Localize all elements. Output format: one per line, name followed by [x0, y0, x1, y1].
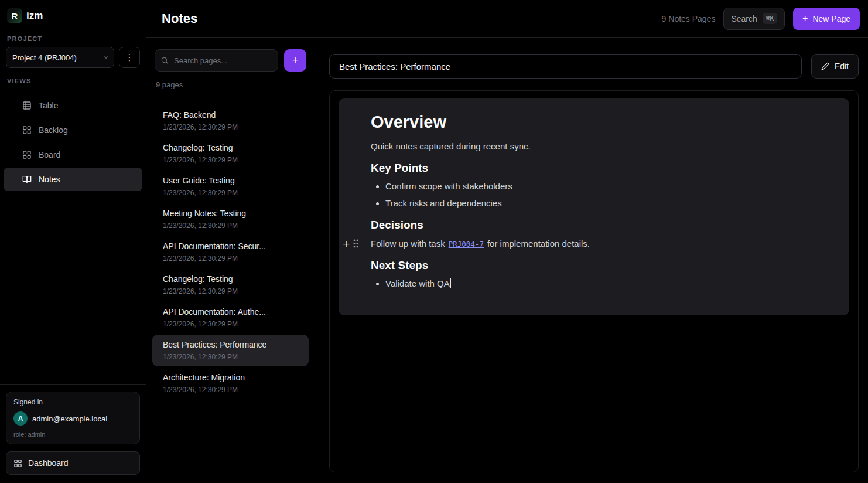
page-list-item[interactable]: Meeting Notes: Testing 1/23/2026, 12:30:…: [152, 203, 309, 235]
decision-paragraph: Follow up with taskPRJ004-7for implement…: [371, 237, 590, 250]
project-row: Project 4 (PRJ004) ⋮: [0, 47, 146, 68]
page-item-date: 1/23/2026, 12:30:29 PM: [163, 254, 298, 263]
doc-section-next-steps: Next Steps: [371, 259, 834, 272]
doc-section-key-points: Key Points: [371, 162, 834, 175]
notes-pages-count: 9 Notes Pages: [662, 14, 716, 23]
list-item: Validate with QA: [385, 277, 834, 290]
search-icon: [160, 56, 169, 64]
board-icon: [22, 150, 32, 159]
note-title-field[interactable]: Best Practices: Performance: [329, 54, 802, 79]
task-link[interactable]: PRJ004-7: [449, 240, 484, 249]
doc-heading: Overview: [371, 113, 834, 132]
page-list-item-selected[interactable]: Best Practices: Performance 1/23/2026, 1…: [152, 335, 309, 366]
page-item-title: API Documentation: Authe...: [163, 307, 298, 317]
note-editor: Best Practices: Performance Edit Overvie…: [315, 38, 868, 483]
page-list-item[interactable]: Changelog: Testing 1/23/2026, 12:30:29 P…: [152, 269, 309, 301]
page-item-date: 1/23/2026, 12:30:29 PM: [163, 222, 298, 230]
signed-in-label: Signed in: [13, 398, 132, 406]
search-shortcut-badge: ⌘K: [763, 13, 777, 24]
sidebar-item-label: Notes: [39, 175, 60, 184]
page-list-item[interactable]: API Documentation: Secur... 1/23/2026, 1…: [152, 236, 309, 268]
project-menu-button[interactable]: ⋮: [119, 47, 140, 68]
page-item-title: Changelog: Testing: [163, 274, 298, 284]
page-item-date: 1/23/2026, 12:30:29 PM: [163, 189, 298, 197]
page-list-item[interactable]: Architecture: Migration 1/23/2026, 12:30…: [152, 368, 309, 399]
dashboard-button[interactable]: Dashboard: [6, 451, 140, 475]
page-item-date: 1/23/2026, 12:30:29 PM: [163, 156, 298, 164]
main-column: Notes 9 Notes Pages Search ⌘K + New Page: [146, 0, 868, 483]
search-button[interactable]: Search ⌘K: [723, 8, 785, 30]
signed-in-card: Signed in A admin@example.local role: ad…: [6, 392, 140, 444]
content-row: + 9 pages FAQ: Backend 1/23/2026, 12:30:…: [146, 38, 868, 483]
list-item-text: Validate with QA: [385, 278, 450, 288]
pages-search-input[interactable]: [155, 49, 278, 72]
page-item-date: 1/23/2026, 12:30:29 PM: [163, 287, 298, 295]
page-list-item[interactable]: FAQ: Backend 1/23/2026, 12:30:29 PM: [152, 105, 309, 137]
edit-button[interactable]: Edit: [811, 54, 859, 79]
document-content[interactable]: Overview Quick notes captured during rec…: [339, 98, 849, 315]
page-list-item[interactable]: User Guide: Testing 1/23/2026, 12:30:29 …: [152, 171, 309, 202]
pages-panel-top: + 9 pages: [146, 38, 315, 97]
pages-search-wrap: [155, 49, 278, 72]
user-role: role: admin: [13, 431, 132, 438]
page-item-date: 1/23/2026, 12:30:29 PM: [163, 353, 298, 361]
page-list-item[interactable]: API Documentation: Authe... 1/23/2026, 1…: [152, 302, 309, 334]
sidebar-item-label: Table: [39, 101, 58, 110]
project-select-wrap: Project 4 (PRJ004): [6, 47, 114, 68]
decision-text-before: Follow up with task: [371, 239, 445, 249]
page-item-date: 1/23/2026, 12:30:29 PM: [163, 320, 298, 328]
next-steps-list: Validate with QA: [371, 277, 834, 290]
list-item: Confirm scope with stakeholders: [385, 180, 834, 192]
views-nav: Table Backlog Board Notes: [0, 89, 146, 191]
text-cursor: [450, 278, 452, 288]
project-section-label: PROJECT: [0, 26, 146, 47]
topbar: Notes 9 Notes Pages Search ⌘K + New Page: [146, 0, 868, 38]
signed-in-row: A admin@example.local: [13, 411, 132, 426]
drag-handle-icon[interactable]: [353, 239, 359, 249]
page-item-title: Meeting Notes: Testing: [163, 209, 298, 218]
pages-search-row: +: [155, 49, 306, 72]
user-email: admin@example.local: [32, 414, 107, 423]
sidebar-item-notes[interactable]: Notes: [4, 168, 142, 191]
page-item-title: Changelog: Testing: [163, 143, 298, 152]
add-page-button[interactable]: +: [284, 49, 306, 72]
app-logo: R izm: [0, 0, 146, 26]
book-open-icon: [22, 175, 32, 184]
new-page-label: New Page: [812, 14, 850, 23]
page-list-item[interactable]: Changelog: Testing 1/23/2026, 12:30:29 P…: [152, 138, 309, 169]
avatar: A: [13, 411, 28, 426]
note-title-row: Best Practices: Performance Edit: [329, 54, 859, 79]
search-button-label: Search: [731, 14, 757, 23]
sidebar: R izm PROJECT Project 4 (PRJ004) ⋮ VIEWS: [0, 0, 146, 483]
key-points-list: Confirm scope with stakeholders Track ri…: [371, 180, 834, 209]
plus-icon: +: [802, 14, 808, 23]
sidebar-item-backlog[interactable]: Backlog: [4, 118, 142, 142]
page-item-date: 1/23/2026, 12:30:29 PM: [163, 386, 298, 394]
add-block-icon[interactable]: +: [343, 237, 350, 250]
doc-section-decisions: Decisions: [371, 219, 834, 232]
sidebar-item-board[interactable]: Board: [4, 143, 142, 166]
block-handles: +: [343, 237, 359, 250]
decision-text-after: for implementation details.: [487, 239, 590, 249]
page-item-title: FAQ: Backend: [163, 110, 298, 120]
logo-text: izm: [26, 10, 43, 22]
page-title: Notes: [162, 11, 197, 26]
page-item-title: Architecture: Migration: [163, 373, 298, 382]
sidebar-spacer: [0, 191, 146, 384]
pencil-icon: [821, 62, 829, 70]
sidebar-item-table[interactable]: Table: [4, 94, 142, 117]
editor-body: Overview Quick notes captured during rec…: [329, 90, 859, 472]
grid-icon: [22, 125, 32, 135]
decision-block: + Follow up with taskPRJ004-7for impleme…: [371, 237, 834, 250]
sidebar-bottom: Signed in A admin@example.local role: ad…: [0, 384, 146, 483]
page-item-date: 1/23/2026, 12:30:29 PM: [163, 123, 298, 131]
logo-icon: R: [7, 8, 22, 23]
list-item: Track risks and dependencies: [385, 197, 834, 209]
new-page-button[interactable]: + New Page: [793, 8, 860, 30]
project-select[interactable]: Project 4 (PRJ004): [6, 47, 114, 68]
pages-count: 9 pages: [155, 72, 306, 97]
sidebar-item-label: Board: [39, 150, 60, 159]
topbar-actions: 9 Notes Pages Search ⌘K + New Page: [662, 8, 860, 30]
page-item-title: Best Practices: Performance: [163, 340, 298, 349]
pages-list: FAQ: Backend 1/23/2026, 12:30:29 PM Chan…: [146, 97, 315, 483]
